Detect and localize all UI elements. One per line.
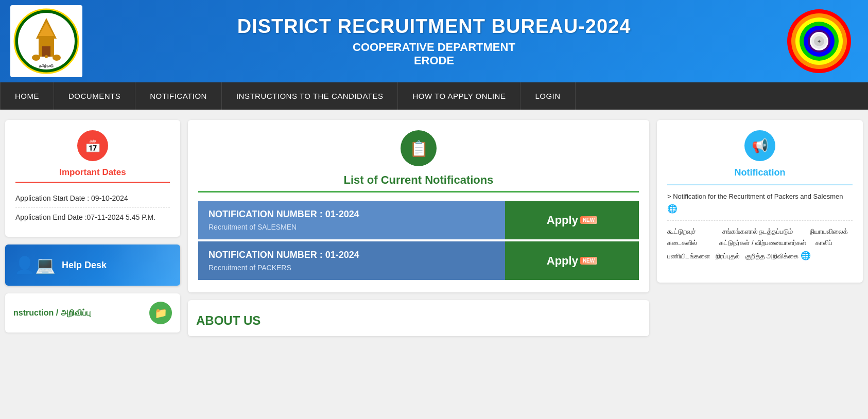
- site-title: DISTRICT RECRUITMENT BUREAU-2024: [237, 15, 631, 38]
- apply-button-1[interactable]: Apply NEW: [505, 201, 639, 239]
- about-us-title: ABOUT US: [196, 308, 641, 328]
- page-header: தமிழ்நாடு DISTRICT RECRUITMENT BUREAU-20…: [0, 0, 868, 82]
- globe-icon-2: 🌐: [801, 249, 811, 263]
- helpdesk-label: Help Desk: [62, 260, 107, 271]
- apply-label-2: Apply: [547, 254, 578, 268]
- notif-info-1: NOTIFICATION NUMBER : 01-2024 Recruitmen…: [198, 201, 505, 239]
- notif-panel-text-1: > Notification for the Recuritment of Pa…: [667, 193, 843, 200]
- notif-docs-icon: 📋: [401, 130, 437, 166]
- helpdesk-icon: 👤💻: [14, 255, 56, 275]
- nav-home[interactable]: HOME: [0, 82, 54, 110]
- notif-number-1: NOTIFICATION NUMBER : 01-2024: [209, 209, 495, 220]
- svg-text:✦: ✦: [817, 39, 821, 44]
- app-end-date: Application End Date :07-11-2024 5.45 P.…: [15, 208, 170, 226]
- notif-desc-2: Recruitment of PACKERS: [209, 264, 495, 272]
- notif-panel-item-1[interactable]: > Notification for the Recuritment of Pa…: [667, 191, 853, 221]
- notif-panel-tamil-text: கூட்டுறவுச் சங்கங்களால் நடத்தப்படும் நிய…: [667, 228, 848, 259]
- helpdesk-bg: [98, 245, 180, 286]
- new-badge-1: NEW: [580, 216, 597, 224]
- right-panel: 📢 Notification > Notification for the Re…: [657, 120, 863, 336]
- apply-button-2[interactable]: Apply NEW: [505, 241, 639, 280]
- left-logo: தமிழ்நாடு: [10, 5, 82, 77]
- notif-panel-item-2[interactable]: கூட்டுறவுச் சங்கங்களால் நடத்தப்படும் நிய…: [667, 226, 853, 267]
- helpdesk-card[interactable]: 👤💻 Help Desk: [5, 245, 180, 286]
- site-location: ERODE: [237, 54, 631, 67]
- nav-documents[interactable]: DOCUMENTS: [54, 82, 135, 110]
- notification-row-2: NOTIFICATION NUMBER : 01-2024 Recruitmen…: [198, 241, 639, 280]
- instruction-icon: 📁: [149, 302, 172, 324]
- center-panel: 📋 List of Current Notifications NOTIFICA…: [188, 120, 649, 336]
- globe-icon-1: 🌐: [667, 202, 678, 216]
- notification-row-1: NOTIFICATION NUMBER : 01-2024 Recruitmen…: [198, 201, 639, 239]
- svg-text:தமிழ்நாடு: தமிழ்நாடு: [39, 64, 54, 68]
- notif-panel-title: Notification: [667, 167, 853, 178]
- svg-point-6: [45, 55, 48, 58]
- navbar: HOME DOCUMENTS NOTIFICATION INSTRUCTIONS…: [0, 82, 868, 110]
- apply-label-1: Apply: [547, 214, 578, 227]
- instruction-card[interactable]: nstruction / அறிவிப்பு 📁: [5, 293, 180, 333]
- left-panel: 📅 Important Dates Application Start Date…: [5, 120, 180, 336]
- nav-how-to-apply[interactable]: HOW TO APPLY ONLINE: [398, 82, 520, 110]
- right-logo: ✦: [786, 8, 853, 75]
- important-dates-card: 📅 Important Dates Application Start Date…: [5, 120, 180, 237]
- svg-point-9: [53, 55, 61, 61]
- nav-notification[interactable]: NOTIFICATION: [135, 82, 222, 110]
- notifications-title: List of Current Notifications: [198, 173, 639, 193]
- notif-panel-content: > Notification for the Recuritment of Pa…: [667, 184, 853, 267]
- header-center: DISTRICT RECRUITMENT BUREAU-2024 COOPERA…: [237, 15, 631, 67]
- notif-number-2: NOTIFICATION NUMBER : 01-2024: [209, 250, 495, 260]
- notif-desc-1: Recruitment of SALESMEN: [209, 223, 495, 231]
- new-badge-2: NEW: [580, 257, 597, 265]
- instruction-label: nstruction / அறிவிப்பு: [13, 308, 91, 318]
- notifications-card: 📋 List of Current Notifications NOTIFICA…: [188, 120, 649, 292]
- notification-panel-card: 📢 Notification > Notification for the Re…: [657, 120, 863, 283]
- important-dates-title: Important Dates: [15, 167, 170, 183]
- about-us-card: ABOUT US: [188, 300, 649, 336]
- svg-point-8: [32, 55, 40, 61]
- site-subtitle: COOPERATIVE DEPARTMENT: [237, 41, 631, 54]
- notif-info-2: NOTIFICATION NUMBER : 01-2024 Recruitmen…: [198, 241, 505, 280]
- megaphone-icon: 📢: [744, 130, 775, 161]
- nav-login[interactable]: LOGIN: [520, 82, 575, 110]
- nav-instructions[interactable]: INSTRUCTIONS TO THE CANDIDATES: [222, 82, 398, 110]
- calendar-icon: 📅: [77, 130, 108, 161]
- main-content: 📅 Important Dates Application Start Date…: [0, 110, 868, 346]
- app-start-date: Application Start Date : 09-10-2024: [15, 189, 170, 208]
